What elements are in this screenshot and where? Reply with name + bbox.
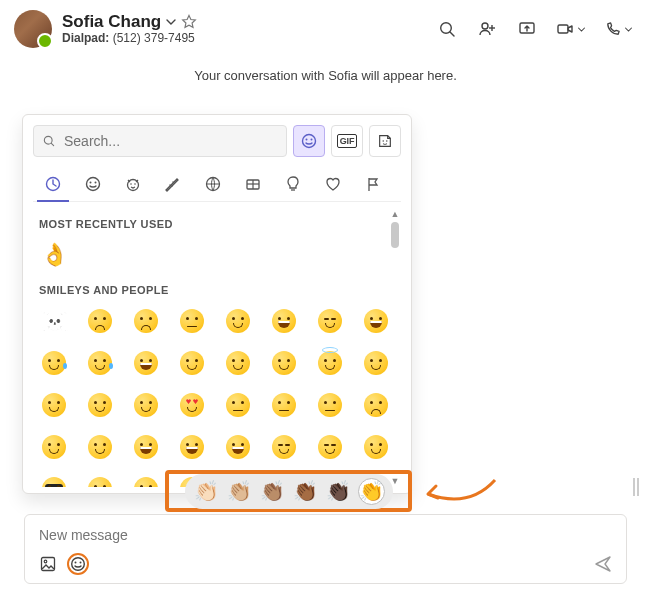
emoji-item[interactable] xyxy=(173,344,211,382)
emoji-search-field[interactable] xyxy=(33,125,287,157)
video-call-button[interactable] xyxy=(556,18,586,40)
emoji-picker-panel: GIF MOST RECENTLY USED 👌 SMILEYS AND PEO… xyxy=(22,114,412,494)
emoji-item[interactable] xyxy=(265,428,303,466)
svg-point-20 xyxy=(134,183,136,185)
emoji-item[interactable] xyxy=(311,428,349,466)
svg-point-16 xyxy=(90,182,92,184)
cat-objects[interactable] xyxy=(273,167,313,201)
emoji-button[interactable] xyxy=(67,553,89,575)
skin-tone-default[interactable]: 👏 xyxy=(358,478,385,505)
emoji-item[interactable] xyxy=(219,344,257,382)
emoji-item[interactable] xyxy=(219,302,257,340)
emoji-item[interactable] xyxy=(311,386,349,424)
contact-name[interactable]: Sofia Chang xyxy=(62,12,161,32)
contact-avatar[interactable] xyxy=(14,10,52,48)
emoji-item[interactable] xyxy=(81,470,119,487)
emoji-item[interactable] xyxy=(127,428,165,466)
add-people-icon[interactable] xyxy=(476,18,498,40)
svg-point-32 xyxy=(72,558,85,571)
skin-tone-medium-light[interactable]: 👏🏼 xyxy=(226,478,253,505)
cat-animals[interactable] xyxy=(113,167,153,201)
favorite-star-icon[interactable] xyxy=(181,14,197,30)
emoji-item[interactable]: ☠️ xyxy=(35,302,73,340)
svg-point-11 xyxy=(311,139,313,141)
emoji-item[interactable] xyxy=(127,470,165,487)
cat-smileys[interactable] xyxy=(73,167,113,201)
emoji-item[interactable] xyxy=(265,386,303,424)
emoji-item[interactable] xyxy=(219,386,257,424)
empty-conversation-message: Your conversation with Sofia will appear… xyxy=(0,54,651,83)
attach-image-icon[interactable] xyxy=(37,553,59,575)
emoji-item[interactable] xyxy=(81,344,119,382)
contact-info: Sofia Chang Dialpad: (512) 379-7495 xyxy=(62,12,197,45)
emoji-item[interactable] xyxy=(311,344,349,382)
emoji-item[interactable] xyxy=(81,302,119,340)
svg-point-34 xyxy=(80,562,82,564)
emoji-item[interactable] xyxy=(81,428,119,466)
emoji-item[interactable] xyxy=(35,428,73,466)
cat-flags[interactable] xyxy=(353,167,393,201)
search-icon xyxy=(42,134,56,148)
share-screen-icon[interactable] xyxy=(516,18,538,40)
chevron-down-icon[interactable] xyxy=(165,16,177,28)
emoji-item[interactable] xyxy=(265,344,303,382)
skin-tone-popup: 👏🏻 👏🏼 👏🏽 👏🏾 👏🏿 👏 xyxy=(165,470,412,512)
emoji-item[interactable] xyxy=(219,428,257,466)
svg-rect-6 xyxy=(558,25,568,33)
tab-gif-button[interactable]: GIF xyxy=(331,125,363,157)
tab-emoji-button[interactable] xyxy=(293,125,325,157)
emoji-scrollbar[interactable]: ▲ ▼ xyxy=(389,208,401,487)
annotation-arrow-icon xyxy=(420,472,500,512)
emoji-item[interactable] xyxy=(127,302,165,340)
picker-toolbar: GIF xyxy=(33,125,401,157)
svg-point-17 xyxy=(95,182,97,184)
emoji-item[interactable] xyxy=(35,470,73,487)
audio-call-button[interactable] xyxy=(604,18,633,40)
emoji-item[interactable] xyxy=(35,386,73,424)
svg-point-22 xyxy=(172,181,173,182)
scroll-thumb[interactable] xyxy=(391,222,399,248)
cat-activity[interactable] xyxy=(193,167,233,201)
emoji-item[interactable] xyxy=(173,386,211,424)
cat-food[interactable] xyxy=(153,167,193,201)
emoji-item[interactable] xyxy=(265,302,303,340)
emoji-item[interactable] xyxy=(35,344,73,382)
cat-symbols[interactable] xyxy=(313,167,353,201)
svg-point-33 xyxy=(75,562,77,564)
emoji-item[interactable] xyxy=(311,302,349,340)
svg-point-9 xyxy=(303,135,316,148)
cat-recent[interactable] xyxy=(33,167,73,201)
resize-grip-icon[interactable] xyxy=(633,478,639,496)
dialpad-line: Dialpad: (512) 379-7495 xyxy=(62,32,197,46)
compose-toolbar xyxy=(37,553,614,575)
svg-point-2 xyxy=(482,23,488,29)
emoji-search-input[interactable] xyxy=(62,132,278,150)
emoji-item[interactable] xyxy=(173,428,211,466)
skin-tone-light[interactable]: 👏🏻 xyxy=(193,478,220,505)
emoji-ok-hand[interactable]: 👌 xyxy=(35,236,73,274)
emoji-item[interactable] xyxy=(127,344,165,382)
emoji-item[interactable] xyxy=(127,386,165,424)
cat-travel[interactable] xyxy=(233,167,273,201)
skin-tone-medium[interactable]: 👏🏽 xyxy=(259,478,286,505)
svg-line-1 xyxy=(450,32,454,36)
svg-point-31 xyxy=(44,560,47,563)
svg-rect-30 xyxy=(42,558,55,571)
section-smileys-title: SMILEYS AND PEOPLE xyxy=(39,284,401,296)
send-button[interactable] xyxy=(592,553,614,575)
skin-tone-dark[interactable]: 👏🏿 xyxy=(325,478,352,505)
svg-point-10 xyxy=(306,139,308,141)
emoji-item[interactable] xyxy=(81,386,119,424)
scroll-up-icon[interactable]: ▲ xyxy=(389,208,401,220)
svg-line-8 xyxy=(51,143,53,145)
skin-tone-medium-dark[interactable]: 👏🏾 xyxy=(292,478,319,505)
svg-point-7 xyxy=(44,136,52,144)
svg-point-15 xyxy=(87,178,100,191)
compose-placeholder[interactable]: New message xyxy=(39,527,612,543)
search-icon[interactable] xyxy=(436,18,458,40)
svg-point-12 xyxy=(383,140,384,141)
emoji-list: MOST RECENTLY USED 👌 SMILEYS AND PEOPLE … xyxy=(33,208,401,487)
tab-sticker-button[interactable] xyxy=(369,125,401,157)
emoji-item[interactable] xyxy=(173,302,211,340)
compose-box[interactable]: New message xyxy=(24,514,627,584)
